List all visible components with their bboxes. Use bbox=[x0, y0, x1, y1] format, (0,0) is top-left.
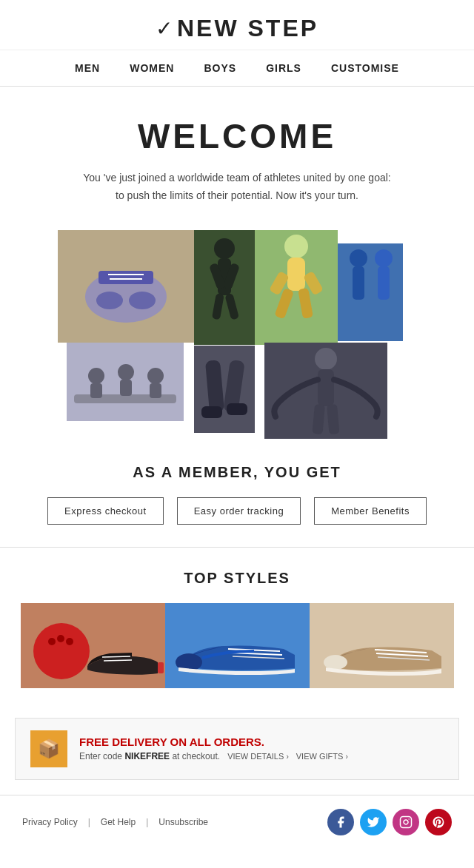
svg-rect-32 bbox=[90, 383, 102, 398]
svg-point-3 bbox=[129, 292, 156, 309]
svg-point-25 bbox=[375, 249, 393, 267]
twitter-icon[interactable] bbox=[360, 809, 387, 835]
delivery-banner: 📦 FREE DELIVERY ON ALL ORDERS. Enter cod… bbox=[15, 718, 459, 780]
svg-point-2 bbox=[96, 292, 123, 309]
express-checkout-button[interactable]: Express checkout bbox=[47, 497, 164, 525]
svg-point-48 bbox=[57, 635, 64, 642]
nav-item-men[interactable]: MEN bbox=[75, 62, 100, 74]
footer-socials bbox=[327, 809, 452, 835]
svg-rect-34 bbox=[150, 383, 161, 398]
style-card-blue-sneaker[interactable] bbox=[165, 603, 310, 688]
member-section-title: AS A MEMBER, YOU GET bbox=[22, 464, 452, 481]
photo-collage bbox=[0, 227, 474, 449]
style-card-tan-sneaker[interactable] bbox=[310, 603, 454, 688]
svg-point-59 bbox=[324, 655, 347, 670]
pinterest-icon[interactable] bbox=[425, 809, 452, 835]
svg-rect-4 bbox=[99, 271, 153, 284]
footer: Privacy Policy | Get Help | Unsubscribe bbox=[0, 795, 474, 849]
delivery-main-text: FREE DELIVERY ON ALL ORDERS. bbox=[79, 736, 444, 748]
get-help-link[interactable]: Get Help bbox=[101, 817, 136, 827]
footer-links: Privacy Policy | Get Help | Unsubscribe bbox=[22, 817, 208, 827]
logo-check-icon: ✓ bbox=[156, 16, 173, 41]
delivery-code: NIKEFREE bbox=[124, 751, 170, 761]
svg-rect-21 bbox=[338, 243, 403, 341]
svg-rect-42 bbox=[318, 369, 334, 406]
svg-point-15 bbox=[284, 235, 308, 258]
welcome-section: WELCOME You 've just joined a worldwide … bbox=[0, 87, 474, 220]
main-nav: MEN WOMEN BOYS GIRLS CUSTOMISE bbox=[0, 50, 474, 87]
svg-rect-23 bbox=[353, 266, 364, 300]
svg-point-30 bbox=[118, 364, 134, 380]
package-icon: 📦 bbox=[38, 739, 60, 759]
collage-photo-6 bbox=[194, 346, 255, 433]
footer-separator-2: | bbox=[146, 817, 148, 827]
top-styles-title: TOP STYLES bbox=[0, 570, 474, 587]
member-benefits-button[interactable]: Member Benefits bbox=[314, 497, 427, 525]
svg-point-46 bbox=[33, 623, 90, 679]
style-card-bowling[interactable] bbox=[21, 603, 165, 688]
collage-photo-1 bbox=[58, 230, 194, 343]
delivery-icon: 📦 bbox=[30, 730, 67, 767]
delivery-at-checkout-text: at checkout. bbox=[170, 751, 220, 761]
svg-rect-53 bbox=[165, 603, 310, 688]
unsubscribe-link[interactable]: Unsubscribe bbox=[158, 817, 208, 827]
member-buttons-group: Express checkout Easy order tracking Mem… bbox=[22, 497, 452, 525]
view-gifts-link[interactable]: VIEW GIFTS › bbox=[296, 752, 348, 761]
nav-item-customise[interactable]: CUSTOMISE bbox=[331, 62, 399, 74]
welcome-title: WELCOME bbox=[22, 116, 452, 156]
svg-line-51 bbox=[104, 660, 132, 661]
styles-grid bbox=[0, 603, 474, 688]
welcome-text-line2: to push the limits of their potential. N… bbox=[22, 187, 452, 205]
svg-point-8 bbox=[214, 238, 235, 259]
delivery-text-wrap: FREE DELIVERY ON ALL ORDERS. Enter code … bbox=[79, 736, 444, 761]
svg-point-47 bbox=[48, 638, 56, 645]
top-styles-section: TOP STYLES bbox=[0, 548, 474, 703]
welcome-text-line1: You 've just joined a worldwide team of … bbox=[22, 169, 452, 187]
delivery-enter-code-text: Enter code bbox=[79, 751, 124, 761]
collage-photo-3 bbox=[255, 230, 338, 345]
collage-photo-4 bbox=[338, 243, 403, 341]
logo: ✓ NEW STEP bbox=[0, 15, 474, 42]
svg-rect-35 bbox=[194, 346, 255, 433]
logo-text: NEW STEP bbox=[177, 15, 318, 42]
nav-item-boys[interactable]: BOYS bbox=[204, 62, 236, 74]
svg-rect-33 bbox=[120, 380, 132, 396]
footer-separator-1: | bbox=[88, 817, 90, 827]
delivery-free-text: FREE DELIVERY ON ALL ORDERS. bbox=[79, 736, 264, 748]
svg-point-41 bbox=[315, 348, 337, 370]
svg-rect-63 bbox=[401, 816, 412, 827]
svg-rect-26 bbox=[378, 266, 390, 300]
nav-item-women[interactable]: WOMEN bbox=[130, 62, 174, 74]
member-section: AS A MEMBER, YOU GET Express checkout Ea… bbox=[0, 449, 474, 547]
header: ✓ NEW STEP bbox=[0, 0, 474, 50]
privacy-policy-link[interactable]: Privacy Policy bbox=[22, 817, 78, 827]
svg-rect-58 bbox=[310, 603, 454, 688]
svg-point-22 bbox=[350, 249, 367, 267]
svg-point-29 bbox=[88, 368, 104, 384]
collage-photo-2 bbox=[194, 230, 255, 345]
collage-photo-5 bbox=[67, 343, 184, 421]
svg-rect-16 bbox=[287, 258, 305, 291]
nav-item-girls[interactable]: GIRLS bbox=[266, 62, 301, 74]
svg-line-50 bbox=[102, 656, 130, 657]
collage-photo-7 bbox=[264, 343, 387, 439]
svg-rect-52 bbox=[158, 662, 164, 673]
svg-rect-38 bbox=[201, 406, 222, 418]
svg-point-31 bbox=[147, 368, 164, 384]
svg-rect-39 bbox=[227, 403, 247, 415]
svg-point-49 bbox=[66, 638, 73, 645]
delivery-sub-text: Enter code NIKEFREE at checkout. VIEW DE… bbox=[79, 751, 444, 761]
view-details-link[interactable]: VIEW DETAILS › bbox=[227, 752, 289, 761]
instagram-icon[interactable] bbox=[393, 809, 419, 835]
facebook-icon[interactable] bbox=[327, 809, 354, 835]
easy-order-tracking-button[interactable]: Easy order tracking bbox=[177, 497, 301, 525]
